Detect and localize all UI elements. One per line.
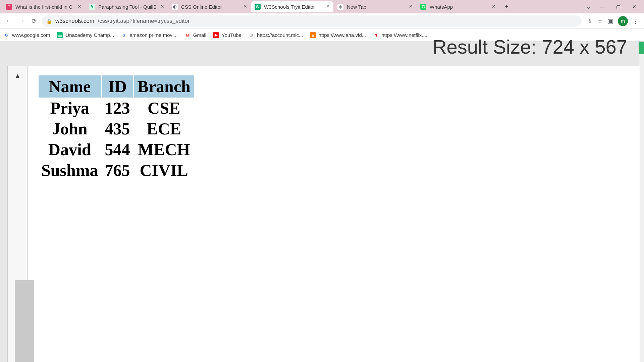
page-scrollbar-thumb[interactable] [639, 42, 644, 54]
forward-button[interactable]: → [16, 16, 26, 26]
url-host: w3schools.com [55, 18, 94, 24]
table-cell: MECH [134, 139, 194, 160]
col-header: Branch [134, 75, 194, 98]
expand-editor-triangle-icon[interactable]: ▲ [14, 72, 21, 80]
reload-button[interactable]: ⟳ [29, 16, 39, 26]
bookmark-item[interactable]: Gwww.google.com [3, 32, 50, 38]
tab-favicon: ✆ [420, 4, 426, 10]
tab-title: What is the first-child in C [15, 4, 75, 10]
tab-title: WhatsApp [430, 4, 489, 10]
share-icon[interactable]: ⇪ [588, 17, 593, 25]
bookmark-item[interactable]: ahttps://www.aha.vid... [310, 32, 366, 38]
bookmark-favicon: a [310, 32, 316, 38]
bookmark-favicon: M [184, 32, 191, 38]
page-content: Result Size: 724 x 567 ▲ Name ID Branch … [0, 42, 644, 362]
bookmark-favicon: ▬ [57, 32, 63, 38]
browser-tab[interactable]: WW3Schools Tryit Editor✕ [251, 1, 333, 12]
col-header: Name [39, 75, 101, 98]
tab-close-icon[interactable]: ✕ [491, 4, 496, 9]
browser-tab[interactable]: ◉New Tab✕ [334, 1, 416, 12]
tab-close-icon[interactable]: ✕ [160, 4, 165, 9]
bookmark-favicon: N [373, 32, 379, 38]
bookmark-star-icon[interactable]: ☆ [597, 17, 603, 25]
table-row: John435ECE [39, 118, 194, 139]
bookmark-label: https://www.aha.vid... [319, 32, 366, 38]
table-cell: Sushma [39, 160, 101, 181]
tab-search-icon[interactable]: ⌄ [586, 3, 591, 10]
browser-toolbar: ← → ⟳ 🔒 w3schools.com/css/tryit.asp?file… [0, 13, 644, 29]
tab-close-icon[interactable]: ✕ [243, 4, 248, 9]
browser-tab[interactable]: ◐CSS Online Editor✕ [168, 1, 251, 12]
bookmark-favicon: G [3, 32, 9, 38]
bookmark-item[interactable]: Nhttps://www.netflix.... [373, 32, 427, 38]
table-cell: 123 [102, 98, 133, 118]
window-close-button[interactable]: ✕ [629, 4, 639, 9]
bookmark-favicon: ⊞ [248, 32, 254, 38]
bookmark-favicon: ▶ [213, 32, 219, 38]
result-table: Name ID Branch Priya123CSEJohn435ECEDavi… [37, 75, 195, 181]
table-cell: Priya [39, 98, 101, 118]
table-cell: CIVIL [134, 160, 194, 181]
address-bar[interactable]: 🔒 w3schools.com/css/tryit.asp?filename=t… [42, 15, 582, 27]
table-cell: David [39, 139, 101, 160]
kebab-menu-icon[interactable]: ⋮ [633, 17, 639, 25]
bookmark-item[interactable]: ⊞https://account.mic... [248, 32, 303, 38]
bookmark-item[interactable]: MGmail [184, 32, 206, 38]
table-cell: 765 [102, 160, 133, 181]
bookmark-label: www.google.com [12, 32, 50, 38]
tab-favicon: W [255, 4, 261, 10]
bookmark-label: https://www.netflix.... [381, 32, 427, 38]
back-button[interactable]: ← [3, 16, 13, 26]
table-cell: John [39, 118, 101, 139]
side-panel-icon[interactable]: ▣ [607, 17, 613, 25]
bookmark-label: Unacademy Champ... [65, 32, 114, 38]
bookmark-item[interactable]: ▬Unacademy Champ... [57, 32, 114, 38]
lock-icon: 🔒 [46, 18, 52, 24]
browser-tab[interactable]: ✆WhatsApp✕ [417, 1, 499, 12]
url-path: /css/tryit.asp?filename=trycss_editor [98, 18, 190, 24]
table-row: David544MECH [39, 139, 194, 160]
tab-favicon: ✎ [89, 4, 95, 10]
bookmark-label: amazon prime movi... [129, 32, 177, 38]
tab-title: New Tab [347, 4, 406, 10]
tab-title: CSS Online Editor [181, 4, 240, 10]
tab-close-icon[interactable]: ✕ [408, 4, 414, 9]
bookmark-label: Gmail [193, 32, 206, 38]
table-row: Sushma765CIVIL [39, 160, 194, 181]
editor-scrollbar-thumb[interactable] [15, 280, 34, 362]
result-size-label: Result Size: 724 x 567 [433, 36, 627, 58]
tab-close-icon[interactable]: ✕ [77, 4, 82, 9]
window-maximize-button[interactable]: ▢ [613, 4, 623, 9]
profile-avatar[interactable]: m [618, 16, 628, 26]
bookmark-item[interactable]: Gamazon prime movi... [121, 32, 177, 38]
tab-favicon: T [6, 4, 12, 10]
bookmark-label: YouTube [222, 32, 241, 38]
bookmark-item[interactable]: ▶YouTube [213, 32, 241, 38]
table-cell: 544 [102, 139, 133, 160]
tab-favicon: ◐ [172, 4, 178, 10]
browser-tab[interactable]: ✎Paraphrasing Tool - QuillB✕ [86, 1, 168, 12]
tab-favicon: ◉ [337, 4, 343, 10]
table-cell: CSE [134, 98, 194, 118]
bookmark-label: https://account.mic... [257, 32, 303, 38]
col-header: ID [102, 75, 133, 98]
tab-title: W3Schools Tryit Editor [264, 4, 323, 10]
tab-title: Paraphrasing Tool - QuillB [98, 4, 158, 10]
table-cell: ECE [134, 118, 194, 139]
table-header-row: Name ID Branch [39, 75, 194, 98]
bookmark-favicon: G [121, 32, 127, 38]
table-row: Priya123CSE [39, 98, 194, 118]
new-tab-button[interactable]: + [502, 2, 511, 11]
tab-strip: TWhat is the first-child in C✕✎Paraphras… [0, 0, 644, 13]
result-pane: Name ID Branch Priya123CSEJohn435ECEDavi… [28, 66, 640, 362]
tab-close-icon[interactable]: ✕ [325, 4, 331, 9]
window-minimize-button[interactable]: — [597, 4, 607, 9]
table-cell: 435 [102, 118, 133, 139]
browser-tab[interactable]: TWhat is the first-child in C✕ [3, 1, 85, 12]
